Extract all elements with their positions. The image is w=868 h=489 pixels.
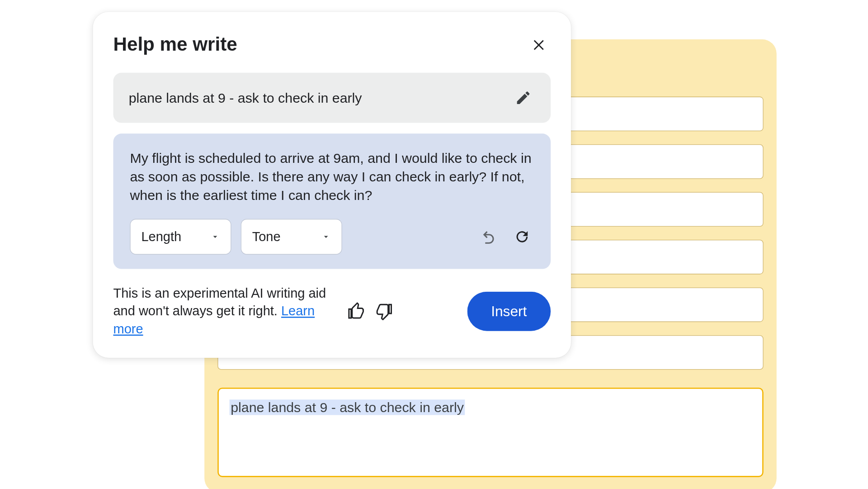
refresh-icon [514,228,530,245]
generated-text: My flight is scheduled to arrive at 9am,… [130,149,534,205]
thumbs-down-button[interactable] [372,299,396,323]
modal-title: Help me write [113,33,237,55]
close-icon [531,36,547,52]
pencil-icon [515,90,532,106]
regenerate-button[interactable] [510,225,534,249]
undo-button[interactable] [477,225,501,249]
message-textarea[interactable]: plane lands at 9 - ask to check in early [217,388,764,477]
help-me-write-modal: Help me write plane lands at 9 - ask to … [93,12,571,358]
length-dropdown-label: Length [141,229,181,244]
chevron-down-icon [210,232,220,242]
thumbs-up-button[interactable] [344,299,368,323]
close-button[interactable] [527,32,551,56]
generated-result-block: My flight is scheduled to arrive at 9am,… [113,133,551,269]
tone-dropdown-label: Tone [252,229,281,244]
disclaimer-text: This is an experimental AI writing aid a… [113,285,334,337]
tone-dropdown[interactable]: Tone [241,219,342,255]
edit-prompt-button[interactable] [511,86,535,110]
message-text-selected: plane lands at 9 - ask to check in early [230,399,465,415]
insert-button[interactable]: Insert [467,291,551,331]
chevron-down-icon [321,232,331,242]
length-dropdown[interactable]: Length [130,219,231,255]
thumbs-up-icon [348,302,366,320]
undo-icon [481,228,497,245]
thumbs-down-icon [375,302,393,320]
prompt-block: plane lands at 9 - ask to check in early [113,73,551,123]
prompt-text: plane lands at 9 - ask to check in early [129,90,362,106]
